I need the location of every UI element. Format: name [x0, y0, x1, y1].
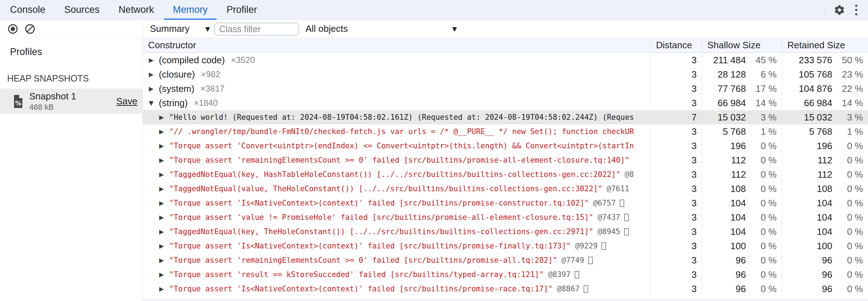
- column-header-retained-size[interactable]: Retained Size: [782, 38, 868, 53]
- triangle-right-icon[interactable]: ▶: [159, 271, 168, 278]
- tab-profiler[interactable]: Profiler: [218, 0, 266, 20]
- triangle-right-icon[interactable]: ▶: [149, 85, 157, 92]
- triangle-right-icon[interactable]: ▶: [159, 199, 168, 207]
- perspective-select-value: Summary: [150, 23, 190, 34]
- table-row[interactable]: ▶"TaggedNotEqual(key, HashTableHoleConst…: [143, 167, 868, 182]
- string-preview: "Hello world! (Requested at: 2024-08-19T…: [169, 113, 634, 122]
- shallow-size-cell: 1960 %: [702, 139, 782, 153]
- shallow-size-cell: 960 %: [702, 267, 782, 282]
- missing-glyph-box-icon: [601, 242, 606, 250]
- tab-memory[interactable]: Memory: [164, 0, 217, 20]
- table-row[interactable]: ▶(system)×3817377 76817 %104 87622 %: [143, 82, 868, 96]
- table-row[interactable]: ▶"Torque assert 'Is<NativeContext>(conte…: [143, 282, 868, 296]
- table-row[interactable]: ▶"Torque assert 'remainingElementsCount …: [143, 253, 868, 267]
- triangle-right-icon[interactable]: ▶: [159, 214, 168, 221]
- triangle-right-icon[interactable]: ▶: [159, 142, 168, 149]
- shallow-size-cell: 28 1286 %: [702, 67, 782, 82]
- distance-cell: 3: [650, 224, 702, 239]
- triangle-right-icon[interactable]: ▶: [159, 157, 168, 164]
- string-preview: "Torque assert 'Convert<uintptr>(endInde…: [169, 142, 634, 150]
- constructor-cell: ▼(string)×1840: [143, 96, 650, 110]
- sidebar-item-snapshot-1[interactable]: % Snapshot 1 468 kB Save: [0, 89, 142, 114]
- table-row[interactable]: ▶"Torque assert 'Convert<uintptr>(endInd…: [143, 139, 868, 153]
- table-row[interactable]: ▼(string)×1840366 98414 %66 98414 %: [143, 96, 868, 110]
- retained-size-cell: 15 0323 %: [782, 110, 868, 124]
- missing-glyph-box-icon: [624, 214, 629, 221]
- shallow-size-cell-percent: 0 %: [746, 283, 777, 295]
- triangle-right-icon[interactable]: ▶: [159, 242, 168, 250]
- shallow-size-cell-value: 104: [702, 226, 746, 237]
- constructor-cell: ▶"Torque assert 'result == kStoreSuccede…: [143, 267, 650, 282]
- retained-size-cell-percent: 0 %: [832, 255, 863, 266]
- triangle-right-icon[interactable]: ▶: [159, 285, 168, 292]
- column-header-constructor[interactable]: Constructor: [143, 38, 650, 53]
- save-snapshot-link[interactable]: Save: [116, 96, 137, 107]
- retained-size-cell-value: 112: [782, 169, 832, 180]
- retained-size-cell-value: 66 984: [782, 98, 832, 109]
- table-row[interactable]: ▶"// .wrangler/tmp/bundle-FmNIt0/checked…: [143, 124, 868, 139]
- tab-network[interactable]: Network: [110, 0, 163, 20]
- shallow-size-cell-value: 112: [702, 155, 746, 166]
- perspective-select[interactable]: Summary ▼: [150, 20, 210, 38]
- constructor-name: (system): [159, 83, 195, 94]
- column-header-shallow-size[interactable]: Shallow Size: [702, 38, 782, 53]
- retained-size-cell: 1960 %: [782, 139, 868, 153]
- column-header-distance[interactable]: Distance: [650, 38, 702, 53]
- table-row[interactable]: ▶"TaggedNotEqual(value, TheHoleConstant(…: [143, 182, 868, 196]
- tab-sources[interactable]: Sources: [55, 0, 108, 20]
- tab-console[interactable]: Console: [1, 0, 54, 20]
- retained-size-cell-percent: 50 %: [832, 55, 863, 66]
- object-scope-value: All objects: [306, 23, 348, 34]
- retained-size-cell-percent: 1 %: [832, 126, 863, 137]
- distance-cell: 3: [650, 267, 702, 282]
- clear-profiles-icon[interactable]: [24, 23, 36, 35]
- shallow-size-cell: 5 7681 %: [702, 124, 782, 139]
- class-filter-input[interactable]: [214, 23, 299, 36]
- constructor-cell: ▶"Torque assert 'remainingElementsCount …: [143, 253, 650, 267]
- table-row[interactable]: ▶"Torque assert 'result == kStoreSuccede…: [143, 267, 868, 282]
- triangle-right-icon[interactable]: ▶: [159, 257, 168, 264]
- table-row[interactable]: ▶"Torque assert 'value != PromiseHole' f…: [143, 210, 868, 224]
- string-preview: "TaggedNotEqual(key, HashTableHoleConsta…: [169, 170, 620, 179]
- snapshot-size: 468 kB: [29, 103, 76, 112]
- triangle-right-icon[interactable]: ▶: [149, 56, 157, 64]
- table-row[interactable]: ▶"Torque assert 'remainingElementsCount …: [143, 153, 868, 167]
- instance-count: ×3817: [201, 84, 224, 94]
- object-scope-select[interactable]: All objects ▼: [306, 20, 457, 38]
- table-row[interactable]: ▶"Torque assert 'Is<NativeContext>(conte…: [143, 239, 868, 253]
- retained-size-cell-value: 104: [782, 226, 832, 237]
- table-row[interactable]: ▶"Torque assert 'Is<NativeContext>(conte…: [143, 196, 868, 210]
- triangle-right-icon[interactable]: ▶: [159, 171, 168, 178]
- table-row[interactable]: ▶"TaggedNotEqual(key, TheHoleConstant())…: [143, 224, 868, 239]
- retained-size-cell: 1080 %: [782, 182, 868, 196]
- shallow-size-cell-value: 5 768: [702, 126, 746, 137]
- triangle-right-icon[interactable]: ▶: [159, 128, 168, 135]
- triangle-right-icon[interactable]: ▶: [159, 185, 168, 192]
- distance-cell: 3: [650, 96, 702, 110]
- shallow-size-cell-percent: 14 %: [746, 98, 777, 109]
- string-preview: "// .wrangler/tmp/bundle-FmNIt0/checked-…: [169, 127, 634, 136]
- more-options-kebab-icon[interactable]: [854, 3, 859, 17]
- retained-size-cell-percent: 0 %: [832, 283, 863, 295]
- constructor-cell: ▶"TaggedNotEqual(key, HashTableHoleConst…: [143, 167, 650, 182]
- retained-size-cell-percent: 3 %: [832, 112, 863, 123]
- settings-gear-icon[interactable]: [834, 4, 845, 16]
- shallow-size-cell-percent: 0 %: [746, 269, 777, 280]
- table-row[interactable]: ▶"Hello world! (Requested at: 2024-08-19…: [143, 110, 868, 124]
- triangle-down-icon[interactable]: ▼: [149, 99, 157, 107]
- table-row[interactable]: ▶(compiled code)×35203211 48445 %233 576…: [143, 53, 868, 67]
- triangle-right-icon[interactable]: ▶: [159, 228, 168, 235]
- shallow-size-cell-percent: 45 %: [746, 55, 777, 66]
- retained-size-cell-value: 104: [782, 212, 832, 223]
- triangle-right-icon[interactable]: ▶: [149, 71, 157, 78]
- string-preview: "Torque assert 'result == kStoreSucceded…: [169, 270, 544, 279]
- object-id: @7749: [561, 256, 584, 265]
- table-row[interactable]: ▶(closure)×982328 1286 %105 76823 %: [143, 67, 868, 82]
- memory-toolbar: Summary ▼ All objects ▼: [0, 20, 868, 38]
- heap-snapshot-icon: %: [13, 94, 24, 108]
- shallow-size-cell-value: 77 768: [702, 83, 746, 94]
- chevron-down-icon: ▼: [205, 25, 210, 33]
- triangle-right-icon[interactable]: ▶: [159, 114, 168, 121]
- record-heap-snapshot-icon[interactable]: [7, 23, 19, 35]
- shallow-size-cell-percent: 0 %: [746, 140, 777, 152]
